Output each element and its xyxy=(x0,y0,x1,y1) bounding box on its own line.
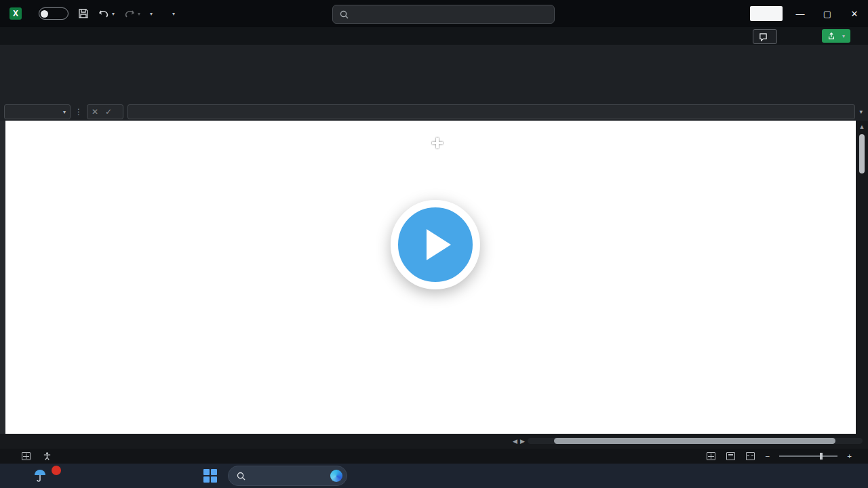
ribbon xyxy=(0,45,868,103)
share-icon xyxy=(827,32,835,40)
formula-input[interactable] xyxy=(127,104,855,119)
redo-icon xyxy=(124,8,135,19)
redo-dropdown-icon: ▾ xyxy=(138,11,140,17)
play-icon xyxy=(427,229,451,260)
search-icon xyxy=(237,472,245,481)
undo-button[interactable]: ▾ xyxy=(98,8,115,19)
formula-buttons: ✕ ✓ xyxy=(87,104,123,119)
search-icon xyxy=(340,10,349,19)
weather-widget[interactable] xyxy=(33,468,53,483)
macro-record-icon[interactable] xyxy=(22,452,31,460)
comment-icon xyxy=(759,33,768,41)
excel-app-icon xyxy=(9,7,22,20)
scroll-up-icon[interactable]: ▲ xyxy=(859,123,865,130)
formula-bar-expand-icon[interactable]: ▾ xyxy=(859,108,863,115)
umbrella-icon xyxy=(33,468,47,483)
weather-badge xyxy=(52,466,61,475)
document-title[interactable]: ▾ xyxy=(168,11,175,17)
zoom-in-icon[interactable]: + xyxy=(847,452,852,460)
vertical-scroll-thumb[interactable] xyxy=(859,134,865,174)
page-layout-view-icon[interactable] xyxy=(726,452,735,460)
vertical-scrollbar[interactable]: ▲ xyxy=(856,121,868,434)
comments-button[interactable] xyxy=(753,29,777,44)
autosave-switch[interactable] xyxy=(39,7,68,20)
sign-in-button[interactable] xyxy=(750,6,783,21)
title-bar: ▾ ▾ ▾ ▾ — ▢ ✕ xyxy=(0,0,868,27)
formula-bar-handle[interactable]: ⋮ xyxy=(75,107,83,117)
confirm-entry-icon[interactable]: ✓ xyxy=(105,107,112,117)
name-box[interactable]: ▾ xyxy=(4,104,71,119)
taskbar-search[interactable] xyxy=(228,466,347,486)
name-box-dropdown-icon: ▾ xyxy=(63,109,66,115)
restore-button[interactable]: ▢ xyxy=(814,0,841,27)
search-input[interactable] xyxy=(332,5,555,24)
scroll-left-icon[interactable]: ◀ xyxy=(513,438,517,445)
normal-view-icon[interactable] xyxy=(707,452,715,460)
search-highlights-icon xyxy=(330,470,342,482)
cancel-entry-icon[interactable]: ✕ xyxy=(92,107,98,117)
title-dropdown-icon: ▾ xyxy=(172,11,175,17)
minimize-button[interactable]: — xyxy=(787,0,814,27)
horizontal-scroll-thumb[interactable] xyxy=(554,438,835,444)
quick-access-menu-button[interactable]: ▾ xyxy=(150,11,153,17)
accessibility-icon xyxy=(43,451,52,461)
redo-button: ▾ xyxy=(124,8,140,19)
zoom-out-icon[interactable]: − xyxy=(766,452,770,460)
share-button[interactable]: ▾ xyxy=(822,29,850,43)
save-button[interactable] xyxy=(78,8,89,19)
ribbon-tab-strip xyxy=(0,27,868,45)
close-button[interactable]: ✕ xyxy=(841,0,868,27)
undo-icon xyxy=(98,8,109,19)
zoom-slider[interactable] xyxy=(779,455,837,457)
autosave-toggle[interactable] xyxy=(36,7,68,20)
overflow-chevron-icon: ▾ xyxy=(150,11,153,17)
excel-window: ▾ ▾ ▾ ▾ — ▢ ✕ ▾ ▾ xyxy=(0,0,868,488)
page-break-view-icon[interactable] xyxy=(746,452,755,460)
grid-edge xyxy=(0,121,5,434)
formula-bar: ▾ ⋮ ✕ ✓ ▾ xyxy=(0,103,868,121)
video-play-button[interactable] xyxy=(391,200,480,289)
status-bar: − + xyxy=(0,449,868,464)
horizontal-scrollbar[interactable]: ◀ ▶ xyxy=(513,436,863,445)
horizontal-scroll-track[interactable] xyxy=(528,438,863,444)
share-dropdown-icon: ▾ xyxy=(842,33,845,39)
cell-cursor-icon xyxy=(432,138,443,148)
start-button[interactable] xyxy=(203,469,217,483)
windows-taskbar xyxy=(0,464,868,488)
zoom-slider-thumb[interactable] xyxy=(820,453,823,460)
undo-dropdown-icon[interactable]: ▾ xyxy=(112,11,115,17)
toggle-knob-icon xyxy=(41,10,48,18)
scroll-right-icon[interactable]: ▶ xyxy=(520,438,525,445)
save-icon xyxy=(78,8,89,19)
